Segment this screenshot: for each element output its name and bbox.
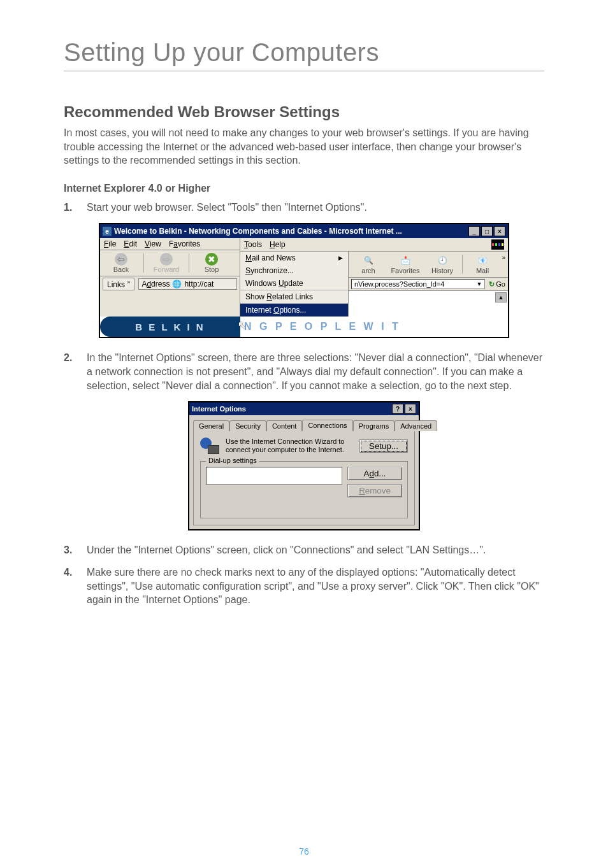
history-label: History bbox=[431, 267, 453, 274]
search-label: arch bbox=[361, 267, 375, 274]
step-4-number: 4. bbox=[64, 566, 78, 607]
ie-window: e Welcome to Belkin - Networking Compone… bbox=[99, 223, 509, 338]
step-3: 3. Under the "Internet Options" screen, … bbox=[64, 543, 544, 557]
io-panel: Use the Internet Connection Wizard to co… bbox=[193, 430, 415, 525]
page-number: 76 bbox=[0, 846, 608, 857]
go-icon: ↻ bbox=[489, 280, 495, 288]
dialup-group: Dial-up settings Add... Remove bbox=[200, 461, 408, 518]
io-titlebar: Internet Options ? × bbox=[189, 402, 419, 415]
step-3-number: 3. bbox=[64, 543, 78, 557]
ie-toolbar-right: 🔍 arch 📩 Favorites 🕘 History bbox=[349, 252, 508, 278]
address-value: http://cat bbox=[184, 280, 214, 288]
step-4: 4. Make sure there are no check marks ne… bbox=[64, 566, 544, 607]
io-help-button[interactable]: ? bbox=[392, 404, 403, 414]
menu-tools[interactable]: Tools bbox=[244, 240, 262, 249]
throbber-icon bbox=[491, 239, 504, 250]
ie-toolbar-left: ⇦ Back ⇨ Forward ✖ Stop bbox=[100, 250, 240, 276]
figure-2: Internet Options ? × General Security Co… bbox=[64, 401, 544, 530]
toolbar-overflow-icon[interactable]: » bbox=[502, 254, 505, 261]
search-icon: 🔍 bbox=[362, 254, 375, 267]
menu-show-related[interactable]: Show Related Links bbox=[240, 290, 348, 304]
step-1-number: 1. bbox=[64, 201, 78, 215]
ie-icon: e bbox=[103, 227, 112, 236]
belkin-logo: B E L K I N bbox=[100, 317, 240, 337]
ie-menubar-left: File Edit View Favorites bbox=[100, 238, 240, 250]
menu-internet-options[interactable]: Internet Options... bbox=[240, 304, 348, 317]
dialup-legend: Dial-up settings bbox=[206, 457, 259, 464]
close-button[interactable]: × bbox=[494, 226, 505, 236]
tab-programs[interactable]: Programs bbox=[353, 420, 395, 431]
internet-options-dialog: Internet Options ? × General Security Co… bbox=[188, 401, 420, 530]
forward-arrow-icon: ⇨ bbox=[160, 253, 173, 266]
links-button[interactable]: Links » bbox=[103, 278, 134, 290]
stop-button[interactable]: ✖ Stop bbox=[194, 253, 229, 273]
forward-label: Forward bbox=[154, 266, 179, 273]
io-tabs: General Security Content Connections Pro… bbox=[189, 415, 419, 430]
scroll-up-button[interactable]: ▲ bbox=[495, 292, 507, 302]
step-1-text: Start your web browser. Select "Tools" t… bbox=[87, 201, 544, 215]
menu-windows-update[interactable]: Windows Update bbox=[240, 277, 348, 290]
step-1: 1. Start your web browser. Select "Tools… bbox=[64, 201, 544, 215]
section-heading: Recommended Web Browser Settings bbox=[64, 103, 544, 121]
content-area: ▲ bbox=[349, 291, 508, 313]
page-icon: 🌐 bbox=[172, 280, 182, 288]
maximize-button[interactable]: □ bbox=[481, 226, 493, 236]
go-button[interactable]: ↻ Go bbox=[489, 280, 505, 288]
address-right-value: nView.process?Section_Id=4 bbox=[354, 280, 444, 288]
remove-button: Remove bbox=[347, 484, 402, 497]
sub-heading: Internet Explorer 4.0 or Higher bbox=[64, 183, 544, 194]
stop-icon: ✖ bbox=[205, 253, 218, 266]
ie-window-title: Welcome to Belkin - Networking Component… bbox=[114, 227, 402, 236]
menu-view[interactable]: View bbox=[145, 239, 161, 248]
divider bbox=[64, 71, 544, 71]
forward-button: ⇨ Forward bbox=[149, 253, 184, 273]
history-button[interactable]: 🕘 History bbox=[425, 254, 460, 274]
ie-menubar-right: Tools Help bbox=[240, 238, 508, 252]
intro-paragraph: In most cases, you will not need to make… bbox=[64, 126, 544, 167]
tab-connections[interactable]: Connections bbox=[302, 420, 352, 431]
step-2-number: 2. bbox=[64, 351, 78, 392]
address-bar-right: nView.process?Section_Id=4 ▼ ↻ Go bbox=[349, 278, 508, 291]
connection-wizard-icon bbox=[200, 438, 219, 454]
add-button[interactable]: Add... bbox=[347, 467, 402, 480]
menu-favorites[interactable]: Favorites bbox=[169, 239, 200, 248]
tab-advanced[interactable]: Advanced bbox=[394, 420, 437, 431]
io-close-button[interactable]: × bbox=[405, 404, 416, 414]
dropdown-icon[interactable]: ▼ bbox=[476, 281, 482, 287]
favorites-icon: 📩 bbox=[399, 254, 412, 267]
search-button[interactable]: 🔍 arch bbox=[351, 254, 386, 274]
minimize-button[interactable]: _ bbox=[468, 226, 480, 236]
menu-mail-and-news[interactable]: Mail and News▶ bbox=[240, 252, 348, 264]
back-button[interactable]: ⇦ Back bbox=[104, 253, 138, 273]
go-label: Go bbox=[496, 280, 505, 288]
ie-links-row: Links » Address 🌐 http://cat bbox=[100, 276, 240, 292]
step-4-text: Make sure there are no check marks next … bbox=[87, 566, 544, 607]
tab-general[interactable]: General bbox=[193, 420, 229, 431]
history-icon: 🕘 bbox=[436, 254, 449, 267]
belkin-tagline: ↖ N G P E O P L E W I T bbox=[240, 317, 508, 337]
belkin-banner: B E L K I N ↖ N G P E O P L E W I T bbox=[100, 317, 508, 337]
tab-content[interactable]: Content bbox=[266, 420, 303, 431]
favorites-button[interactable]: 📩 Favorites bbox=[388, 254, 423, 274]
ie-titlebar: e Welcome to Belkin - Networking Compone… bbox=[100, 224, 508, 238]
mail-label: Mail bbox=[476, 267, 489, 274]
setup-button[interactable]: Setup... bbox=[359, 439, 408, 453]
step-2: 2. In the "Internet Options" screen, the… bbox=[64, 351, 544, 392]
address-label: Address bbox=[141, 280, 170, 288]
back-arrow-icon: ⇦ bbox=[115, 253, 127, 266]
menu-edit[interactable]: Edit bbox=[124, 239, 137, 248]
dialup-list[interactable] bbox=[206, 467, 342, 485]
io-title-text: Internet Options bbox=[192, 405, 246, 413]
menu-help[interactable]: Help bbox=[270, 240, 286, 249]
tab-security[interactable]: Security bbox=[229, 420, 266, 431]
menu-synchronize[interactable]: Synchronize... bbox=[240, 264, 348, 277]
figure-1: e Welcome to Belkin - Networking Compone… bbox=[64, 223, 544, 338]
favorites-label: Favorites bbox=[391, 267, 419, 274]
address-field[interactable]: nView.process?Section_Id=4 ▼ bbox=[351, 279, 485, 289]
chapter-title: Setting Up your Computers bbox=[64, 38, 544, 67]
step-2-text: In the "Internet Options" screen, there … bbox=[87, 351, 544, 392]
address-box[interactable]: Address 🌐 http://cat bbox=[138, 278, 237, 290]
tools-dropdown: Mail and News▶ Synchronize... Windows Up… bbox=[240, 252, 349, 317]
menu-file[interactable]: File bbox=[104, 239, 116, 248]
mail-button[interactable]: 📧 Mail bbox=[465, 254, 500, 274]
